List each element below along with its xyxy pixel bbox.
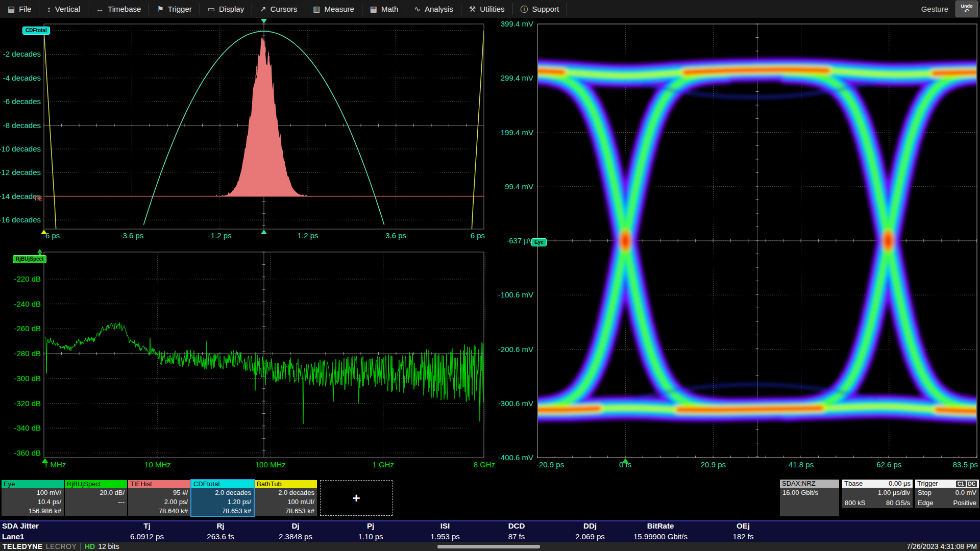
menu-item-display[interactable]: ▭Display bbox=[200, 0, 252, 18]
menu-bar: ▤File↕Vertical↔Timebase⚑Trigger▭Display↗… bbox=[0, 0, 980, 18]
menu-item-label: Trigger bbox=[168, 5, 192, 13]
axis-tick-label: -100.6 mV bbox=[498, 290, 533, 299]
axis-tick-label: 3.6 ps bbox=[385, 231, 406, 240]
drag-handle[interactable] bbox=[437, 545, 540, 548]
axis-tick-label: -12 decades bbox=[0, 168, 41, 177]
sdax-descriptor-box[interactable]: SDAX:NRZ 16.00 Gbit/s bbox=[780, 480, 839, 516]
trigger-type: Edge bbox=[918, 498, 933, 508]
undo-arrow-icon: ↶ bbox=[964, 8, 969, 14]
menu-item-vertical[interactable]: ↕Vertical bbox=[39, 0, 88, 18]
trace-descriptor-tiehist[interactable]: TIEHist95 #/2.00 ps/78.640 k# bbox=[128, 480, 190, 516]
measurement-table: SDA Jitter TjRjDjPjISIDCDDDjBitRateOEj L… bbox=[0, 520, 980, 543]
trace-descriptor-rjbujspect[interactable]: RjBUjSpect20.0 dB/--- bbox=[65, 480, 127, 516]
menu-right: Gesture Undo ↶ bbox=[921, 1, 980, 17]
measurement-value-row: Lane1 6.0912 ps263.6 fs2.3848 ps1.10 ps1… bbox=[0, 532, 980, 543]
menu-separator bbox=[567, 3, 567, 15]
file-icon: ▤ bbox=[8, 5, 15, 13]
axis-tick-label: 8 GHz bbox=[474, 460, 496, 469]
status-bar: TELEDYNE LECROY | HD 12 bits 7/26/2023 4… bbox=[0, 542, 980, 551]
measurement-column-ddj: DDj bbox=[554, 521, 626, 530]
axis-tick-label: 62.6 ps bbox=[876, 460, 901, 469]
menu-item-timebase[interactable]: ↔Timebase bbox=[88, 0, 149, 18]
plus-icon: + bbox=[352, 490, 360, 506]
axis-tick-label: -400.6 mV bbox=[498, 453, 533, 462]
axis-tick-label: -10 decades bbox=[0, 144, 41, 153]
cursors-icon: ↗ bbox=[260, 5, 266, 13]
trigger-descriptor-box[interactable]: Trigger C1 DC Stop 0.0 mV Edge Positive bbox=[915, 480, 979, 508]
menu-item-support[interactable]: ⓘSupport bbox=[513, 0, 567, 18]
descriptor-value: 100 mUI/ bbox=[255, 497, 317, 507]
measurement-value: 2.069 ps bbox=[549, 532, 631, 541]
vertical-icon: ↕ bbox=[47, 5, 51, 13]
axis-tick-label: -200.6 mV bbox=[498, 345, 533, 354]
menu-item-label: Utilities bbox=[480, 5, 504, 13]
menu-item-analysis[interactable]: ∿Analysis bbox=[406, 0, 460, 18]
menu-item-trigger[interactable]: ⚑Trigger bbox=[149, 0, 199, 18]
bathtub-cdf-plot-area[interactable] bbox=[44, 24, 484, 229]
menu-item-label: Math bbox=[381, 5, 398, 13]
axis-tick-label: -220 dB bbox=[14, 274, 41, 283]
support-icon: ⓘ bbox=[521, 5, 528, 13]
eye-trace-badge[interactable]: Eye bbox=[531, 238, 547, 246]
add-trace-button[interactable]: + bbox=[320, 480, 393, 516]
measurement-column-isi: ISI bbox=[409, 521, 481, 530]
axis-tick-label: -280 dB bbox=[14, 349, 41, 358]
axis-tick-label: -637 µV bbox=[506, 236, 533, 245]
axis-tick-label: 1.2 ps bbox=[298, 231, 318, 240]
descriptor-title: RjBUjSpect bbox=[65, 480, 127, 488]
trace-descriptor-eye[interactable]: Eye100 mV/10.4 ps/156.986 k# bbox=[2, 480, 64, 516]
cdftotal-trace-badge[interactable]: CDFtotal bbox=[22, 27, 50, 35]
axis-tick-label: -360 dB bbox=[14, 448, 41, 457]
menu-item-label: Cursors bbox=[271, 5, 298, 13]
trace-descriptor-cdftotal[interactable]: CDFtotal2.0 decades1.20 ps/78.653 k# bbox=[191, 480, 254, 516]
menu-item-label: Timebase bbox=[108, 5, 141, 13]
menu-item-label: Display bbox=[219, 5, 244, 13]
undo-button[interactable]: Undo ↶ bbox=[955, 1, 978, 17]
menu-item-file[interactable]: ▤File bbox=[0, 0, 39, 18]
descriptor-value: 156.986 k# bbox=[2, 507, 64, 516]
axis-tick-label: 41.8 ps bbox=[789, 460, 814, 469]
measurement-value: 182 fs bbox=[702, 532, 784, 541]
datetime-label: 7/26/2023 4:31:08 PM bbox=[906, 542, 977, 550]
tie-trace-label: TIE bbox=[34, 195, 42, 202]
trigger-title: Trigger bbox=[917, 480, 938, 488]
axis-tick-label: -300.6 mV bbox=[498, 399, 533, 408]
descriptor-value bbox=[65, 507, 127, 516]
menu-item-measure[interactable]: ▥Measure bbox=[305, 0, 362, 18]
eye-diagram-plot-area[interactable] bbox=[537, 24, 977, 458]
brand-lecroy: LECROY bbox=[46, 542, 77, 550]
axis-tick-label: -16 decades bbox=[0, 215, 41, 224]
menu-item-label: Support bbox=[532, 5, 559, 13]
trace-descriptor-bathtub[interactable]: BathTub2.0 decades100 mUI/78.653 k# bbox=[255, 480, 317, 516]
measurement-column-dj: Dj bbox=[260, 521, 331, 530]
axis-tick-label: -3.6 ps bbox=[120, 231, 143, 240]
axis-tick-label: 100 MHz bbox=[255, 460, 286, 469]
measurement-column-rj: Rj bbox=[185, 521, 256, 530]
measurement-group-label: SDA Jitter bbox=[2, 521, 39, 530]
measurement-value: 6.0912 ps bbox=[106, 532, 188, 541]
axis-tick-label: 10 MHz bbox=[144, 460, 171, 469]
trigger-icon: ⚑ bbox=[157, 5, 163, 13]
lane-label: Lane1 bbox=[2, 532, 24, 541]
descriptor-value: 2.00 ps/ bbox=[128, 497, 190, 507]
axis-tick-label: -320 dB bbox=[14, 399, 41, 408]
spectrum-plot-area[interactable] bbox=[44, 252, 484, 458]
axis-tick-label: 399.4 mV bbox=[501, 19, 533, 28]
descriptor-title: BathTub bbox=[255, 480, 317, 488]
menu-item-cursors[interactable]: ↗Cursors bbox=[252, 0, 305, 18]
descriptor-value: 100 mV/ bbox=[2, 488, 64, 497]
descriptor-value: 10.4 ps/ bbox=[2, 497, 64, 507]
axis-tick-label: -6 decades bbox=[3, 97, 41, 106]
axis-tick-label: 20.9 ps bbox=[701, 460, 726, 469]
axis-tick-label: -240 dB bbox=[14, 299, 41, 308]
descriptor-value: 78.653 k# bbox=[255, 507, 317, 516]
trigger-source-badge: C1 bbox=[956, 481, 966, 487]
trigger-level: 0.0 mV bbox=[955, 488, 976, 498]
menu-items: ▤File↕Vertical↔Timebase⚑Trigger▭Display↗… bbox=[0, 0, 567, 18]
timebase-descriptor-box[interactable]: Tbase 0.00 µs 1.00 µs/div 800 kS 80 GS/s bbox=[842, 480, 913, 508]
rjbujspect-trace-badge[interactable]: RjBUjSpect bbox=[13, 255, 46, 263]
menu-item-math[interactable]: ▦Math bbox=[362, 0, 406, 18]
axis-marker bbox=[261, 230, 267, 234]
menu-item-utilities[interactable]: ⚒Utilities bbox=[461, 0, 512, 18]
axis-marker bbox=[261, 19, 267, 23]
